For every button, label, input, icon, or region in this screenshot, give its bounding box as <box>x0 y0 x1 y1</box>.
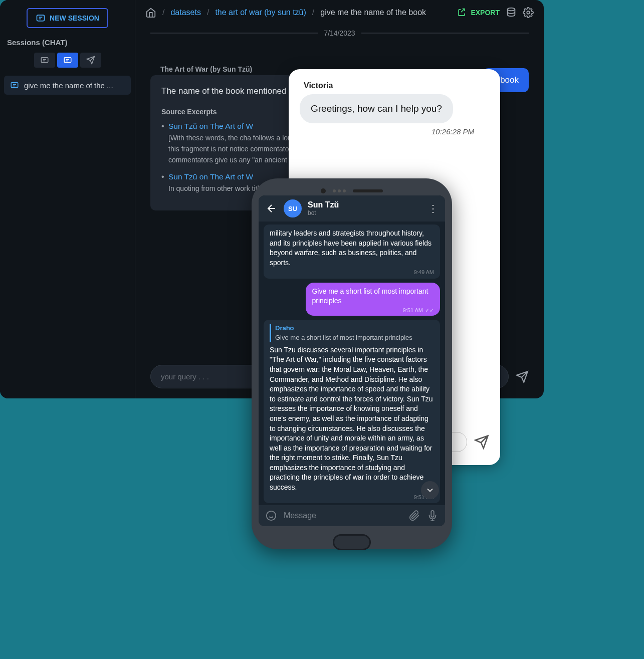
bot-message-reply: Draho Give me a short list of most impor… <box>264 320 440 503</box>
bot-reply-text: Sun Tzu discusses several important prin… <box>270 346 433 491</box>
read-checks-icon: ✓✓ <box>425 307 434 314</box>
new-session-label: NEW SESSION <box>50 14 99 22</box>
phone-home-button[interactable] <box>333 534 371 550</box>
victoria-timestamp: 10:26:28 PM <box>300 127 489 136</box>
phone-sensors <box>259 185 445 195</box>
chat-plus-icon <box>36 13 46 23</box>
microphone-icon[interactable] <box>427 510 438 521</box>
export-icon <box>457 8 467 18</box>
svg-point-4 <box>508 8 515 11</box>
crumb-sep: / <box>207 8 209 17</box>
more-vertical-icon[interactable]: ⋮ <box>428 202 438 214</box>
new-session-button[interactable]: NEW SESSION <box>27 8 108 28</box>
phone-chat-subtitle: bot <box>308 209 339 216</box>
victoria-name: Victoria <box>304 81 489 90</box>
msg-time: 9:51 AM <box>270 494 434 501</box>
quote-text: Give me a short list of most important p… <box>275 333 434 342</box>
victoria-send-icon[interactable] <box>474 434 489 450</box>
chat-outline-icon <box>40 56 49 65</box>
victoria-greeting-bubble: Greetings, how can I help you? <box>300 94 453 123</box>
bot-msg-text: military leaders and strategists through… <box>270 229 432 267</box>
crumb-sep: / <box>312 8 314 17</box>
chat-filled-icon <box>63 56 72 65</box>
breadcrumb: / datasets / the art of war (by sun tzŭ)… <box>145 7 451 18</box>
chevron-down-icon <box>425 485 435 495</box>
sessions-heading: Sessions (CHAT) <box>7 38 128 47</box>
user-msg-text: Give me a short list of most important p… <box>312 287 428 305</box>
scroll-down-button[interactable] <box>421 481 439 499</box>
date-label: 7/14/2023 <box>324 29 355 37</box>
bot-message: military leaders and strategists through… <box>264 225 440 279</box>
session-label: give me the name of the ... <box>24 81 113 90</box>
phone-input-bar: Message <box>259 505 445 526</box>
database-icon[interactable] <box>506 7 517 18</box>
chat-icon <box>10 81 19 90</box>
home-icon[interactable] <box>145 7 156 18</box>
crumb-current: give me the name of the book <box>320 8 426 17</box>
svg-point-6 <box>267 511 276 520</box>
send-icon[interactable] <box>516 370 529 383</box>
svg-rect-3 <box>11 83 18 88</box>
svg-point-5 <box>527 11 530 14</box>
filter-chat-outline[interactable] <box>34 53 55 68</box>
filter-telegram[interactable] <box>80 53 101 68</box>
emoji-icon[interactable] <box>266 510 277 521</box>
crumb-datasets[interactable]: datasets <box>170 8 200 17</box>
export-button[interactable]: EXPORT <box>457 8 500 18</box>
date-divider: 7/14/2023 <box>150 29 529 37</box>
export-label: EXPORT <box>471 9 500 17</box>
back-arrow-icon[interactable] <box>266 202 278 214</box>
phone-mockup: SU Sun Tzŭ bot ⋮ military leaders and st… <box>252 178 452 549</box>
crumb-book[interactable]: the art of war (by sun tzŭ) <box>215 8 306 17</box>
paper-plane-icon <box>86 56 95 65</box>
user-message: Give me a short list of most important p… <box>306 283 440 316</box>
user-msg-time: 9:51 AM <box>403 307 423 314</box>
gear-icon[interactable] <box>523 7 534 18</box>
phone-message-input[interactable]: Message <box>284 511 402 520</box>
svg-rect-0 <box>37 15 45 21</box>
msg-time: 9:49 AM <box>270 269 434 276</box>
phone-header: SU Sun Tzŭ bot ⋮ <box>259 195 445 222</box>
filter-chat-active[interactable] <box>57 53 78 68</box>
session-item[interactable]: give me the name of the ... <box>4 76 131 95</box>
query-placeholder: your query . . . <box>161 372 209 381</box>
svg-rect-2 <box>64 58 71 63</box>
phone-chat-title: Sun Tzŭ <box>308 200 339 209</box>
phone-avatar[interactable]: SU <box>284 199 302 217</box>
quote-author: Draho <box>275 324 434 333</box>
crumb-sep: / <box>162 8 164 17</box>
attachment-icon[interactable] <box>409 510 420 521</box>
svg-rect-1 <box>41 58 48 63</box>
